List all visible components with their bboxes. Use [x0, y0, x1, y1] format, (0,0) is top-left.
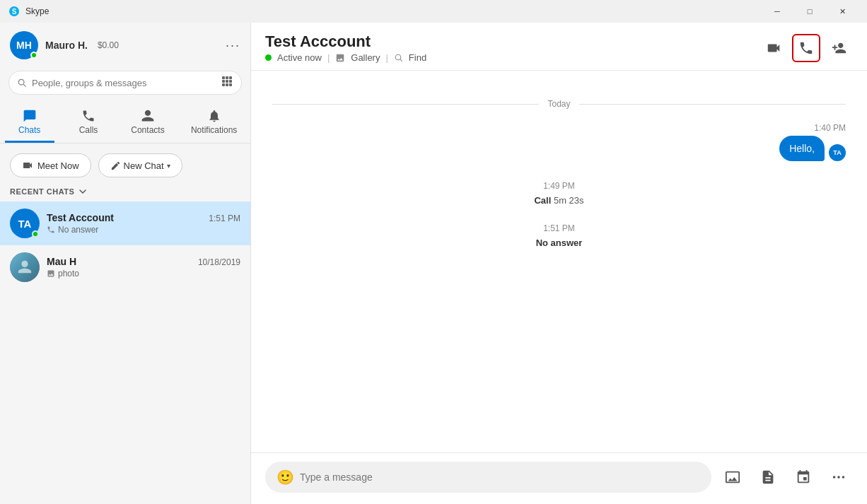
phone-call-icon	[798, 40, 814, 56]
call-info: Call 5m 23s	[534, 195, 583, 206]
chat-info: Test Acccount 1:51 PM No answer	[47, 212, 240, 235]
gallery-link[interactable]: Gallery	[351, 52, 380, 63]
status-dot	[265, 54, 272, 61]
grid-icon	[221, 76, 233, 87]
image-upload-icon	[725, 469, 740, 485]
file-upload-button[interactable]	[754, 463, 782, 491]
action-buttons: Meet Now New Chat ▾	[0, 143, 250, 184]
contacts-icon	[141, 109, 155, 123]
svg-rect-9	[229, 80, 232, 83]
date-label: Today	[547, 99, 570, 109]
svg-rect-10	[222, 83, 225, 86]
edit-icon	[110, 160, 121, 171]
message-input[interactable]	[300, 471, 700, 483]
chat-preview: No answer	[47, 225, 240, 235]
recent-chats-header: RECENT CHATS	[0, 184, 250, 201]
chat-header: Test Acccount Active now | Gallery | Fin…	[251, 23, 867, 71]
tab-calls[interactable]: Calls	[64, 103, 113, 143]
app-title: Skype	[25, 6, 49, 16]
find-icon	[394, 53, 403, 62]
online-dot	[32, 230, 39, 238]
chat-title: Test Acccount	[265, 33, 426, 51]
chat-time: 1:51 PM	[209, 213, 240, 223]
gallery-icon	[335, 53, 345, 63]
sender-avatar: TA	[829, 144, 846, 161]
chat-list: TA Test Acccount 1:51 PM No answer	[0, 201, 250, 504]
chat-info: Mau H 10/18/2019 photo	[47, 256, 240, 279]
add-person-icon	[831, 40, 846, 56]
nav-tabs: Chats Calls Contacts Notifications	[0, 100, 250, 143]
svg-point-15	[833, 476, 836, 479]
phone-icon	[47, 225, 55, 234]
chat-preview: photo	[47, 269, 240, 279]
profile-bar: MH Mauro H. $0.00 ···	[0, 23, 250, 68]
svg-rect-8	[226, 80, 228, 83]
schedule-icon	[796, 469, 811, 485]
file-upload-icon	[760, 469, 776, 485]
svg-point-17	[842, 476, 845, 479]
date-divider: Today	[272, 99, 846, 109]
more-options-button[interactable]: ···	[226, 38, 240, 53]
search-bar	[8, 71, 242, 95]
video-call-button[interactable]	[760, 34, 788, 62]
more-actions-button[interactable]	[825, 463, 853, 491]
list-item[interactable]: TA Test Acccount 1:51 PM No answer	[0, 201, 250, 245]
find-link[interactable]: Find	[409, 52, 426, 63]
message-bubble: Hello,	[779, 136, 825, 161]
svg-text:S: S	[12, 8, 17, 16]
svg-line-14	[400, 59, 402, 61]
title-bar: S Skype ─ □ ✕	[0, 0, 867, 23]
app-icon: S	[8, 6, 20, 17]
app-container: MH Mauro H. $0.00 ···	[0, 23, 867, 504]
emoji-button[interactable]: 🙂	[277, 469, 294, 486]
audio-call-button[interactable]	[792, 34, 820, 62]
grid-button[interactable]	[221, 76, 233, 90]
message-input-wrapper: 🙂	[265, 462, 711, 493]
notifications-icon	[207, 109, 221, 123]
tab-chats[interactable]: Chats	[5, 103, 54, 143]
message-time: 1:40 PM	[272, 123, 846, 133]
sidebar: MH Mauro H. $0.00 ···	[0, 23, 251, 504]
online-indicator	[30, 52, 37, 59]
svg-line-3	[23, 84, 25, 86]
photo-avatar	[10, 252, 40, 282]
chat-status: Active now | Gallery | Find	[265, 52, 426, 63]
new-chat-button[interactable]: New Chat ▾	[98, 153, 182, 177]
no-answer-time: 1:51 PM	[272, 223, 846, 233]
profile-name: Mauro H.	[45, 40, 88, 51]
chevron-down-icon	[78, 187, 87, 196]
svg-rect-4	[222, 76, 225, 79]
more-icon	[831, 469, 846, 485]
image-upload-button[interactable]	[718, 463, 747, 491]
input-area: 🙂	[251, 452, 867, 504]
maximize-button[interactable]: □	[793, 0, 826, 23]
svg-rect-5	[226, 76, 228, 79]
messages-area: Today 1:40 PM Hello, TA 1:49 PM Call 5m …	[251, 71, 867, 452]
call-time: 1:49 PM	[272, 181, 846, 191]
svg-rect-11	[226, 83, 228, 86]
schedule-button[interactable]	[789, 463, 817, 491]
avatar: MH	[10, 31, 38, 59]
close-button[interactable]: ✕	[826, 0, 859, 23]
message-group: 1:40 PM Hello, TA	[272, 123, 846, 161]
calls-icon	[81, 109, 95, 123]
chats-icon	[23, 109, 37, 123]
chat-name: Mau H	[47, 256, 76, 267]
active-status: Active now	[277, 52, 322, 63]
search-input[interactable]	[32, 78, 216, 88]
tab-contacts[interactable]: Contacts	[122, 103, 173, 143]
minimize-button[interactable]: ─	[761, 0, 793, 23]
tab-notifications[interactable]: Notifications	[182, 103, 245, 143]
meet-now-button[interactable]: Meet Now	[10, 153, 91, 177]
no-answer-info: No answer	[536, 238, 583, 248]
svg-point-16	[837, 476, 840, 479]
svg-rect-7	[222, 80, 225, 83]
recent-chats-label: RECENT CHATS	[10, 187, 74, 196]
add-participant-button[interactable]	[825, 34, 853, 62]
list-item[interactable]: Mau H 10/18/2019 photo	[0, 245, 250, 289]
bubble-row: Hello, TA	[272, 136, 846, 161]
window-controls: ─ □ ✕	[761, 0, 859, 23]
chevron-down-icon: ▾	[167, 162, 170, 170]
svg-rect-6	[229, 76, 232, 79]
profile-credit: $0.00	[98, 40, 119, 50]
